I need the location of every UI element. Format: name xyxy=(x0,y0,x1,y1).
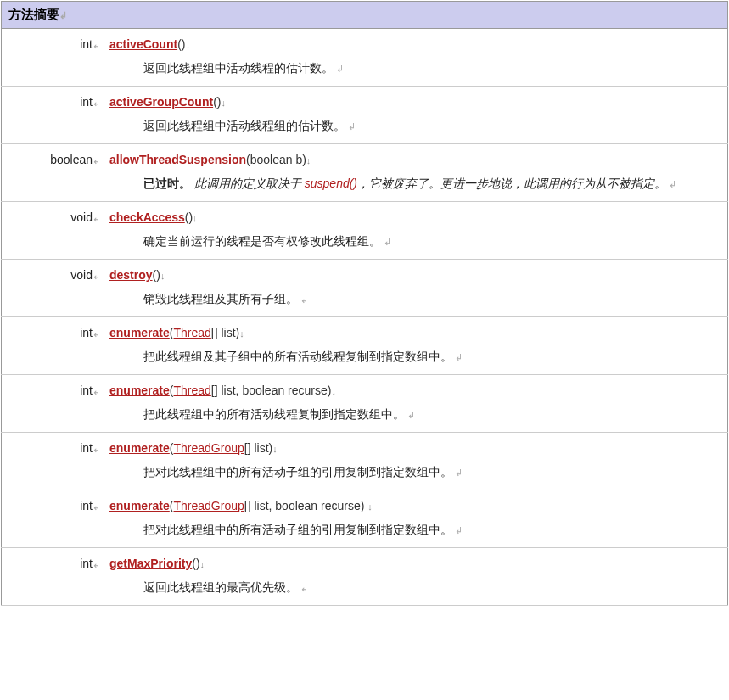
format-marker: ↓ xyxy=(193,213,198,223)
format-marker: ↲ xyxy=(93,155,100,165)
format-marker: ↲ xyxy=(452,525,463,535)
format-marker: ↲ xyxy=(345,121,356,132)
method-cell: checkAccess()↓确定当前运行的线程是否有权修改此线程组。 ↲ xyxy=(104,202,728,260)
return-type-cell: int↲ xyxy=(2,87,104,144)
method-cell: destroy()↓销毁此线程组及其所有子组。 ↲ xyxy=(104,260,728,317)
method-link[interactable]: getMaxPriority xyxy=(109,557,192,570)
format-marker: ↲ xyxy=(666,179,676,189)
method-row: int↲getMaxPriority()↓返回此线程组的最高优先级。 ↲ xyxy=(2,548,728,606)
deprecated-label: 已过时。 xyxy=(143,176,191,190)
method-signature: enumerate(Thread[] list)↓ xyxy=(109,326,721,339)
return-type-cell: int↲ xyxy=(2,317,104,375)
return-type-text: void xyxy=(70,268,93,282)
format-marker: ↲ xyxy=(298,583,308,593)
description-text: 把此线程组中的所有活动线程复制到指定数组中。 xyxy=(143,407,405,421)
return-type-cell: boolean↲ xyxy=(2,144,104,202)
signature-text: (boolean b) xyxy=(246,153,306,166)
table-header-text: 方法摘要 xyxy=(8,7,59,21)
method-link[interactable]: activeCount xyxy=(109,37,177,51)
signature-text: () xyxy=(185,210,193,224)
method-signature: activeGroupCount()↓ xyxy=(109,95,721,109)
method-link[interactable]: enumerate xyxy=(109,384,170,397)
suspend-link[interactable]: suspend() xyxy=(305,176,357,190)
method-link[interactable]: destroy xyxy=(109,268,153,282)
description-text: 确定当前运行的线程是否有权修改此线程组。 xyxy=(143,234,381,248)
method-description: 销毁此线程组及其所有子组。 ↲ xyxy=(143,290,721,308)
format-marker: ↲ xyxy=(452,468,463,478)
method-row: int↲activeCount()↓返回此线程组中活动线程的估计数。 ↲ xyxy=(2,29,728,87)
return-type-text: int xyxy=(80,326,93,339)
method-signature: getMaxPriority()↓ xyxy=(109,557,721,570)
method-description: 把对此线程组中的所有活动子组的引用复制到指定数组中。 ↲ xyxy=(143,463,721,481)
method-link[interactable]: enumerate xyxy=(109,326,170,339)
method-row: boolean↲allowThreadSuspension(boolean b)… xyxy=(2,144,728,202)
return-type-cell: void↲ xyxy=(2,260,104,317)
signature-text: [] list, boolean recurse) xyxy=(244,499,368,512)
return-type-text: int xyxy=(80,95,93,109)
format-marker: ↲ xyxy=(93,40,100,50)
type-link[interactable]: Thread xyxy=(173,384,210,397)
format-marker: ↲ xyxy=(93,559,100,569)
method-description: 确定当前运行的线程是否有权修改此线程组。 ↲ xyxy=(143,232,721,250)
format-marker: ↲ xyxy=(381,237,391,247)
method-link[interactable]: checkAccess xyxy=(109,210,185,224)
format-marker: ↓ xyxy=(160,271,165,281)
return-type-cell: int↲ xyxy=(2,375,104,433)
signature-text: [] list) xyxy=(211,326,239,339)
method-signature: destroy()↓ xyxy=(109,268,721,282)
deprecated-text: ，它被废弃了。更进一步地说，此调用的行为从不被指定。 xyxy=(357,176,666,190)
method-row: int↲enumerate(Thread[] list, boolean rec… xyxy=(2,375,728,433)
method-cell: activeGroupCount()↓返回此线程组中活动线程组的估计数。 ↲ xyxy=(104,87,728,144)
method-link[interactable]: activeGroupCount xyxy=(109,95,213,109)
format-marker: ↲ xyxy=(93,271,100,281)
method-cell: getMaxPriority()↓返回此线程组的最高优先级。 ↲ xyxy=(104,548,728,606)
return-type-cell: int↲ xyxy=(2,548,104,606)
method-row: int↲enumerate(Thread[] list)↓把此线程组及其子组中的… xyxy=(2,317,728,375)
method-summary-table: 方法摘要↲ int↲activeCount()↓返回此线程组中活动线程的估计数。… xyxy=(1,1,728,606)
format-marker: ↓ xyxy=(306,155,311,165)
format-marker: ↲ xyxy=(405,410,415,420)
description-text: 销毁此线程组及其所有子组。 xyxy=(143,292,298,305)
method-signature: allowThreadSuspension(boolean b)↓ xyxy=(109,153,721,166)
method-cell: allowThreadSuspension(boolean b)↓已过时。 此调… xyxy=(104,144,728,202)
method-row: void↲checkAccess()↓确定当前运行的线程是否有权修改此线程组。 … xyxy=(2,202,728,260)
method-signature: activeCount()↓ xyxy=(109,37,721,51)
signature-text: () xyxy=(192,557,199,570)
description-text: 把对此线程组中的所有活动子组的引用复制到指定数组中。 xyxy=(143,523,452,536)
return-type-cell: int↲ xyxy=(2,433,104,490)
description-text: 把对此线程组中的所有活动子组的引用复制到指定数组中。 xyxy=(143,465,452,479)
description-text: 返回此线程组中活动线程组的估计数。 xyxy=(143,119,345,132)
method-link[interactable]: enumerate xyxy=(109,441,170,455)
return-type-text: boolean xyxy=(50,153,93,166)
method-description: 已过时。 此调用的定义取决于 suspend()，它被废弃了。更进一步地说，此调… xyxy=(143,175,721,193)
method-cell: activeCount()↓返回此线程组中活动线程的估计数。 ↲ xyxy=(104,29,728,87)
signature-text: [] list) xyxy=(244,441,272,455)
method-signature: enumerate(Thread[] list, boolean recurse… xyxy=(109,384,721,397)
method-link[interactable]: allowThreadSuspension xyxy=(109,153,246,166)
return-type-text: void xyxy=(70,210,93,224)
return-type-text: int xyxy=(80,441,93,455)
signature-text: () xyxy=(153,268,160,282)
type-link[interactable]: ThreadGroup xyxy=(173,499,244,512)
format-marker: ↓ xyxy=(239,328,244,339)
format-marker: ↓ xyxy=(221,98,226,108)
format-marker: ↲ xyxy=(93,501,100,512)
format-marker: ↲ xyxy=(298,294,308,305)
format-marker: ↓ xyxy=(200,559,205,569)
method-link[interactable]: enumerate xyxy=(109,499,170,512)
return-type-text: int xyxy=(80,384,93,397)
method-description: 返回此线程组中活动线程组的估计数。 ↲ xyxy=(143,117,721,135)
format-marker: ↲ xyxy=(59,10,67,20)
format-marker: ↲ xyxy=(93,98,100,108)
format-marker: ↓ xyxy=(272,444,278,454)
format-marker: ↲ xyxy=(334,64,344,74)
method-signature: enumerate(ThreadGroup[] list, boolean re… xyxy=(109,499,721,512)
return-type-cell: int↲ xyxy=(2,490,104,548)
description-text: 返回此线程组中活动线程的估计数。 xyxy=(143,61,334,75)
method-description: 把此线程组中的所有活动线程复制到指定数组中。 ↲ xyxy=(143,406,721,423)
type-link[interactable]: ThreadGroup xyxy=(173,441,244,455)
return-type-cell: int↲ xyxy=(2,29,104,87)
format-marker: ↲ xyxy=(93,328,100,339)
method-signature: enumerate(ThreadGroup[] list)↓ xyxy=(109,441,721,455)
type-link[interactable]: Thread xyxy=(173,326,210,339)
